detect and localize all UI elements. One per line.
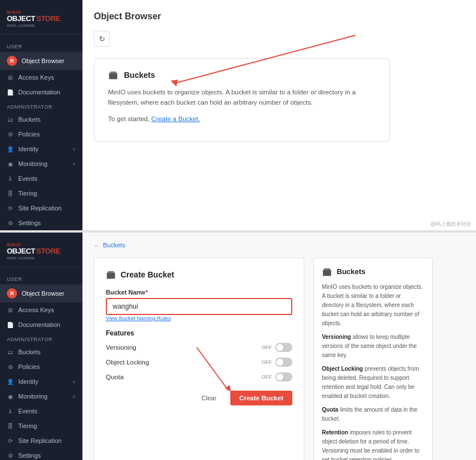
sidebar-item-documentation[interactable]: 📄 Documentation — [0, 85, 82, 100]
user-section-label-2: User — [0, 272, 82, 284]
sidebar-item-tiering-2[interactable]: 🗄 Tiering — [0, 418, 82, 433]
settings-icon: ⚙ — [7, 219, 14, 226]
object-locking-state: OFF — [262, 359, 272, 365]
site-icon-2: ⟳ — [7, 437, 14, 444]
sidebar-item-label: Buckets — [18, 349, 76, 355]
sidebar-item-access-keys[interactable]: ⊞ Access Keys — [0, 70, 82, 85]
back-arrow-icon[interactable]: ← — [94, 242, 100, 248]
sidebar-item-label: Events — [18, 408, 76, 415]
logo-main-2: OBJECT STORE — [7, 247, 76, 255]
monitor-icon: ◉ — [7, 160, 14, 167]
bucket-name-group: Bucket Name* View Bucket Naming Rules — [106, 289, 292, 321]
svg-rect-8 — [323, 270, 331, 276]
sidebar-item-label: Tiering — [18, 422, 76, 429]
identity-icon: 👤 — [7, 146, 14, 152]
tier-icon: 🗄 — [7, 190, 14, 197]
bucket-name-input[interactable] — [106, 298, 292, 315]
versioning-info: Versioning allows to keep multiple versi… — [322, 333, 424, 360]
logo-main: OBJECT STORE — [7, 14, 76, 23]
logo-top: MinIO — [7, 10, 76, 14]
sidebar-item-settings-2[interactable]: ⚙ Settings — [0, 448, 82, 460]
versioning-toggle[interactable] — [275, 343, 292, 352]
sidebar-item-access-keys-2[interactable]: ⊞ Access Keys — [0, 302, 82, 317]
sidebar-item-label: Buckets — [18, 116, 76, 123]
sidebar-item-buckets-2[interactable]: 🗂 Buckets — [0, 345, 82, 359]
versioning-toggle-group: OFF — [262, 343, 292, 352]
quota-row: Quota OFF — [106, 372, 292, 382]
sidebar-item-site-replication[interactable]: ⟳ Site Replication — [0, 201, 82, 216]
sidebar-item-policies-2[interactable]: ⚙ Policies — [0, 359, 82, 374]
sidebar-item-label: Policies — [18, 131, 76, 138]
versioning-section: Versioning allows to keep multiple versi… — [322, 333, 424, 360]
create-bucket-link[interactable]: Create a Bucket. — [151, 115, 200, 122]
page-title: Object Browser — [94, 11, 465, 22]
sidebar-item-label: Identity — [18, 146, 68, 152]
chevron-down-icon: ∨ — [72, 161, 76, 167]
bucket-icon-2: 🗂 — [7, 349, 14, 355]
info-card2-desc: MinIO uses buckets to organize objects. … — [322, 283, 424, 328]
refresh-button[interactable]: ↻ — [94, 31, 110, 47]
sidebar-item-buckets[interactable]: 🗂 Buckets — [0, 112, 82, 127]
info-card-2: Buckets MinIO uses buckets to organize o… — [313, 258, 433, 460]
site-icon: ⟳ — [7, 205, 14, 212]
bucket-icon — [108, 70, 118, 80]
identity-icon-2: 👤 — [7, 378, 14, 385]
sidebar-item-events[interactable]: λ Events — [0, 171, 82, 186]
bucket-name-label: Bucket Name* — [106, 289, 292, 296]
sidebar-item-object-browser-2[interactable]: R Object Browser — [0, 284, 82, 302]
info-card-header: Buckets — [108, 70, 375, 80]
sidebar-item-monitoring-2[interactable]: ◉ Monitoring ∨ — [0, 389, 82, 404]
sidebar-item-identity[interactable]: 👤 Identity ∨ — [0, 142, 82, 156]
policy-icon: ⚙ — [7, 131, 14, 138]
sidebar-item-monitoring[interactable]: ◉ Monitoring ∨ — [0, 156, 82, 171]
panel-1: MinIO OBJECT STORE AGPL LICENSE User R O… — [0, 0, 476, 230]
chevron-down-icon-2: ∨ — [72, 379, 76, 384]
object-locking-row: Object Locking OFF — [106, 358, 292, 367]
bucket-naming-rules-link[interactable]: View Bucket Naming Rules — [106, 315, 292, 321]
sidebar-item-settings[interactable]: ⚙ Settings — [0, 216, 82, 230]
features-label: Features — [106, 329, 292, 337]
screenshot-container: MinIO OBJECT STORE AGPL LICENSE User R O… — [0, 0, 476, 460]
sidebar-item-label: Site Replication — [18, 205, 76, 212]
svg-rect-3 — [110, 72, 117, 74]
sidebar-item-events-2[interactable]: λ Events — [0, 404, 82, 418]
main-content-2: ← Buckets Create Bucket — [82, 233, 476, 460]
logo-top-2: MinIO — [7, 243, 76, 247]
clear-button[interactable]: Clear — [193, 391, 224, 405]
doc-icon: 📄 — [7, 89, 14, 96]
quota-toggle[interactable] — [275, 372, 292, 382]
sidebar-item-documentation-2[interactable]: 📄 Documentation — [0, 317, 82, 332]
watermark-1: @码上瘾技术社区 — [82, 218, 476, 230]
sidebar-item-policies[interactable]: ⚙ Policies — [0, 127, 82, 142]
sidebar-item-tiering[interactable]: 🗄 Tiering — [0, 186, 82, 201]
avatar: R — [7, 56, 17, 66]
policy-icon-2: ⚙ — [7, 363, 14, 370]
locking-section: Object Locking prevents objects from bei… — [322, 364, 424, 401]
info-card-text2: To get started, Create a Bucket. — [108, 114, 375, 124]
settings-icon-2: ⚙ — [7, 452, 14, 459]
object-locking-toggle[interactable] — [275, 358, 292, 367]
admin-section-label-2: Administrator — [0, 332, 82, 345]
avatar-2: R — [7, 288, 17, 299]
sidebar-item-label: Documentation — [18, 89, 76, 96]
sidebar-item-label: Access Keys — [18, 306, 76, 313]
logo-2: MinIO OBJECT STORE AGPL LICENSE — [0, 237, 82, 267]
logo-store-2: STORE — [36, 247, 60, 255]
key-icon: ⊞ — [7, 74, 14, 81]
sidebar-item-object-browser[interactable]: R Object Browser — [0, 52, 82, 70]
info-card2-title: Buckets — [322, 266, 424, 278]
sidebar-item-identity-2[interactable]: 👤 Identity ∨ — [0, 374, 82, 389]
sidebar-item-label: Site Replication — [18, 437, 76, 444]
key-icon-2: ⊞ — [7, 306, 14, 313]
quota-state: OFF — [262, 374, 272, 380]
sidebar-item-label: Events — [18, 175, 76, 182]
logo-store: STORE — [36, 14, 60, 23]
form-actions: Clear Create Bucket — [106, 391, 292, 405]
user-section-label: User — [0, 39, 82, 52]
sidebar-item-site-replication-2[interactable]: ⟳ Site Replication — [0, 433, 82, 448]
breadcrumb-link[interactable]: Buckets — [103, 242, 125, 248]
sidebar-item-label-2: Object Browser — [22, 290, 76, 297]
create-bucket-button[interactable]: Create Bucket — [230, 391, 292, 405]
tier-icon-2: 🗄 — [7, 422, 14, 429]
svg-rect-4 — [107, 272, 115, 279]
